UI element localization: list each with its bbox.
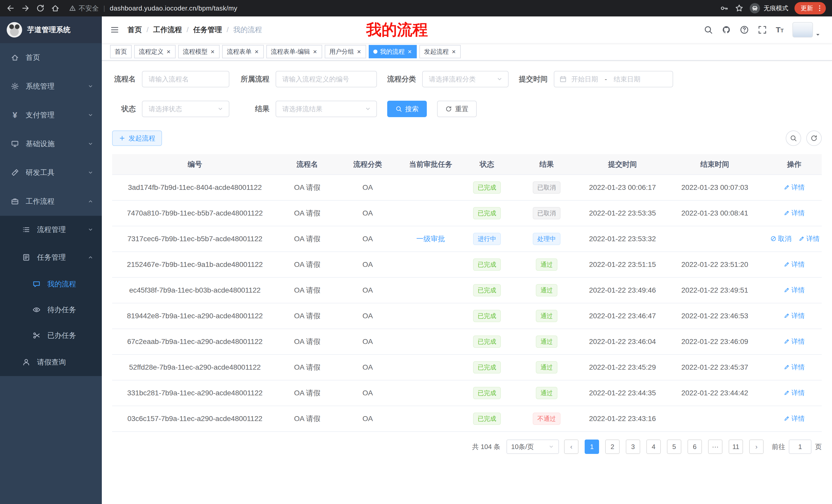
close-icon[interactable]: × — [166, 48, 171, 55]
column-header: 编号 — [112, 154, 278, 175]
browser-forward-icon[interactable] — [21, 4, 30, 12]
process-name-input[interactable] — [142, 71, 229, 87]
detail-link[interactable]: 详情 — [799, 234, 820, 243]
pagination-ellipsis[interactable]: ··· — [708, 440, 723, 454]
sidebar-item-leave-query[interactable]: 请假查询 — [0, 348, 102, 376]
sidebar-item-system-mgmt[interactable]: 系统管理 — [0, 72, 102, 101]
browser-back-icon[interactable] — [6, 4, 15, 12]
current-task-link[interactable]: 一级审批 — [416, 235, 445, 243]
user-avatar[interactable] — [792, 22, 813, 37]
cell-current-task — [398, 380, 463, 406]
fullscreen-icon[interactable] — [758, 25, 767, 34]
detail-link[interactable]: 详情 — [784, 183, 805, 192]
browser-menu-icon[interactable] — [816, 5, 823, 12]
app-logo[interactable]: 芋道管理系统 — [0, 17, 102, 43]
close-icon[interactable]: × — [407, 48, 412, 55]
browser-update-button[interactable]: 更新 — [795, 2, 826, 15]
sidebar-item-payment-mgmt[interactable]: ¥支付管理 — [0, 101, 102, 130]
detail-link[interactable]: 详情 — [784, 388, 805, 397]
detail-link[interactable]: 详情 — [784, 414, 805, 423]
sidebar-item-task-mgmt[interactable]: 任务管理 — [0, 244, 102, 271]
close-icon[interactable]: × — [210, 48, 215, 55]
close-icon[interactable]: × — [357, 48, 362, 55]
result-select[interactable]: 请选择流结果 — [276, 101, 377, 117]
help-icon[interactable] — [740, 25, 749, 34]
cell-id: ec45f38f-7b9a-11ec-b03b-acde48001122 — [112, 277, 278, 303]
page-button-2[interactable]: 2 — [605, 440, 620, 454]
next-page-button[interactable]: › — [749, 440, 763, 454]
toggle-search-button[interactable] — [786, 131, 801, 146]
search-button[interactable]: 搜索 — [387, 101, 427, 117]
close-icon[interactable]: × — [451, 48, 456, 55]
bookmark-star-icon[interactable] — [735, 4, 744, 12]
tag-item[interactable]: 流程表单-编辑× — [266, 45, 322, 58]
cell-result: 不通过 — [511, 406, 582, 431]
security-warning[interactable]: 不安全 — [69, 4, 99, 13]
tag-item[interactable]: 流程定义× — [134, 45, 176, 58]
page-button-6[interactable]: 6 — [687, 440, 702, 454]
sidebar-item-home[interactable]: 首页 — [0, 43, 102, 72]
breadcrumb-item[interactable]: 工作流程 — [153, 25, 182, 35]
pagination-total: 共 104 条 — [472, 442, 500, 451]
detail-link[interactable]: 详情 — [784, 286, 805, 295]
cell-category: OA — [337, 226, 398, 252]
sidebar-toggle-icon[interactable] — [102, 25, 128, 34]
detail-link[interactable]: 详情 — [784, 363, 805, 372]
close-icon[interactable]: × — [313, 48, 317, 55]
goto-page-input[interactable] — [789, 440, 811, 454]
reset-button[interactable]: 重置 — [437, 101, 477, 117]
cell-category: OA — [337, 355, 398, 380]
sidebar-item-process-mgmt[interactable]: 流程管理 — [0, 216, 102, 244]
github-icon[interactable] — [722, 25, 731, 34]
incognito-badge: 无痕模式 — [750, 3, 788, 13]
tag-item[interactable]: 我的流程× — [369, 45, 417, 58]
refresh-table-button[interactable] — [806, 131, 822, 146]
breadcrumb-item[interactable]: 任务管理 — [193, 25, 222, 35]
submit-time-range-picker[interactable]: 开始日期 - 结束日期 — [554, 71, 673, 87]
cell-submit-time: 2022-01-22 23:46:47 — [582, 303, 663, 329]
page-button-1[interactable]: 1 — [585, 440, 599, 454]
tag-item[interactable]: 流程表单× — [222, 45, 263, 58]
search-icon — [395, 106, 402, 112]
cell-result: 通过 — [511, 329, 582, 355]
cancel-link[interactable]: 取消 — [770, 234, 791, 243]
tag-item[interactable]: 用户分组× — [325, 45, 366, 58]
close-icon[interactable]: × — [254, 48, 259, 55]
sidebar-item-infrastructure[interactable]: 基础设施 — [0, 130, 102, 158]
detail-link[interactable]: 详情 — [784, 337, 805, 346]
page-button-4[interactable]: 4 — [646, 440, 661, 454]
breadcrumb-item[interactable]: 首页 — [128, 25, 142, 35]
browser-reload-icon[interactable] — [36, 4, 45, 12]
header-search-icon[interactable] — [704, 25, 713, 34]
detail-link[interactable]: 详情 — [784, 260, 805, 269]
page-button-11[interactable]: 11 — [729, 440, 743, 454]
sidebar-item-label: 工作流程 — [26, 197, 54, 206]
sidebar-item-label: 我的流程 — [47, 279, 76, 289]
password-key-icon[interactable] — [720, 4, 729, 12]
category-select[interactable]: 请选择流程分类 — [422, 71, 509, 87]
sidebar-item-dev-tools[interactable]: 研发工具 — [0, 158, 102, 187]
user-menu[interactable] — [792, 22, 821, 37]
browser-home-icon[interactable] — [51, 4, 60, 12]
breadcrumb-separator: / — [227, 26, 229, 34]
start-process-button[interactable]: 发起流程 — [112, 131, 162, 146]
edit-icon — [784, 364, 790, 370]
detail-link[interactable]: 详情 — [784, 311, 805, 320]
sidebar-item-my-process[interactable]: 我的流程 — [0, 271, 102, 297]
task-icon — [22, 253, 31, 261]
address-bar[interactable]: 不安全 | dashboard.yudao.iocoder.cn/bpm/tas… — [69, 4, 714, 13]
tag-item[interactable]: 发起流程× — [419, 45, 461, 58]
tag-item[interactable]: 流程模型× — [178, 45, 219, 58]
status-select[interactable]: 请选择状态 — [142, 101, 229, 117]
tag-item[interactable]: 首页 — [110, 45, 132, 58]
process-def-input[interactable] — [276, 71, 377, 87]
page-size-select[interactable]: 10条/页 — [506, 440, 559, 454]
page-button-3[interactable]: 3 — [626, 440, 640, 454]
prev-page-button[interactable]: ‹ — [564, 440, 578, 454]
sidebar-item-workflow[interactable]: 工作流程 — [0, 187, 102, 216]
font-size-icon[interactable]: TT — [776, 25, 784, 34]
sidebar-item-todo-tasks[interactable]: 待办任务 — [0, 297, 102, 323]
detail-link[interactable]: 详情 — [784, 208, 805, 218]
page-button-5[interactable]: 5 — [667, 440, 681, 454]
sidebar-item-done-tasks[interactable]: 已办任务 — [0, 323, 102, 348]
